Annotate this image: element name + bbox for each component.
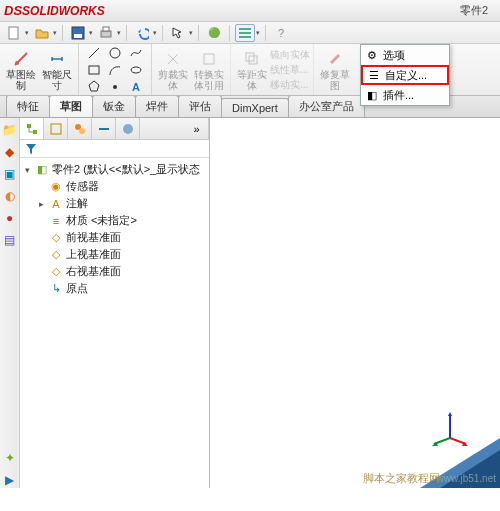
tab-office[interactable]: 办公室产品 bbox=[288, 95, 365, 117]
fm-tab-display[interactable] bbox=[116, 118, 140, 139]
menu-addins[interactable]: ◧ 插件... bbox=[361, 85, 449, 105]
tree-sensors[interactable]: ◉ 传感器 bbox=[22, 178, 207, 195]
point-tool-button[interactable] bbox=[105, 79, 125, 95]
tree-right-plane[interactable]: ◇ 右视基准面 bbox=[22, 263, 207, 280]
fm-tab-dimxpert[interactable] bbox=[92, 118, 116, 139]
printer-icon bbox=[99, 26, 113, 40]
folder-open-icon bbox=[35, 26, 49, 40]
tab-evaluate[interactable]: 评估 bbox=[178, 95, 222, 117]
appearances-button[interactable]: ● bbox=[2, 210, 18, 226]
arc-icon bbox=[108, 63, 122, 77]
options-menu-icon bbox=[238, 26, 252, 40]
repair-sketch-button[interactable]: 修复草图 bbox=[317, 47, 353, 93]
smart-dimension-button[interactable]: 智能尺寸 bbox=[39, 47, 75, 93]
spline-tool-button[interactable] bbox=[126, 45, 146, 61]
customize-icon: ☰ bbox=[367, 69, 381, 82]
design-library-button[interactable]: ◆ bbox=[2, 144, 18, 160]
sw-resources-button[interactable]: 📁 bbox=[2, 122, 18, 138]
material-icon: ≡ bbox=[49, 215, 63, 227]
fm-tab-tree[interactable] bbox=[20, 118, 44, 139]
circle-icon bbox=[108, 46, 122, 60]
motion-study-button[interactable]: ▶ bbox=[2, 472, 18, 488]
menu-customize[interactable]: ☰ 自定义... bbox=[361, 65, 449, 85]
print-button[interactable] bbox=[96, 24, 116, 42]
dropdown-arrow-icon[interactable]: ▾ bbox=[189, 29, 193, 37]
arc-tool-button[interactable] bbox=[105, 62, 125, 78]
tab-weldments[interactable]: 焊件 bbox=[135, 95, 179, 117]
dimxpert-tab-icon bbox=[97, 122, 111, 136]
tab-features[interactable]: 特征 bbox=[6, 95, 50, 117]
svg-point-23 bbox=[79, 128, 85, 134]
separator bbox=[198, 25, 199, 41]
offset-entities-button[interactable]: 等距实体 bbox=[234, 47, 270, 93]
origin-icon: ↳ bbox=[49, 282, 63, 295]
axes-icon: ✦ bbox=[5, 451, 15, 465]
dropdown-arrow-icon[interactable]: ▾ bbox=[153, 29, 157, 37]
undo-button[interactable] bbox=[132, 24, 152, 42]
svg-rect-5 bbox=[239, 28, 251, 30]
feature-tree: ▾ ◧ 零件2 (默认<<默认>_显示状态 ◉ 传感器 ▸ A 注解 ≡ 材质 … bbox=[20, 158, 209, 300]
ds-logo-icon: DS bbox=[4, 3, 22, 18]
dimension-icon bbox=[50, 49, 64, 69]
separator bbox=[265, 25, 266, 41]
tree-origin[interactable]: ↳ 原点 bbox=[22, 280, 207, 297]
rect-tool-button[interactable] bbox=[84, 62, 104, 78]
circle-tool-button[interactable] bbox=[105, 45, 125, 61]
dropdown-arrow-icon[interactable]: ▾ bbox=[53, 29, 57, 37]
palette-icon: ◐ bbox=[5, 189, 15, 203]
fm-tab-config[interactable] bbox=[68, 118, 92, 139]
file-icon bbox=[7, 26, 21, 40]
svg-rect-19 bbox=[27, 124, 31, 128]
options-button[interactable] bbox=[235, 24, 255, 42]
file-explorer-button[interactable]: ▣ bbox=[2, 166, 18, 182]
polygon-tool-button[interactable] bbox=[84, 79, 104, 95]
trim-entities-button[interactable]: 剪裁实体 bbox=[155, 47, 191, 93]
save-button[interactable] bbox=[68, 24, 88, 42]
custom-props-button[interactable]: ▤ bbox=[2, 232, 18, 248]
dropdown-arrow-icon[interactable]: ▾ bbox=[89, 29, 93, 37]
props-tab-icon bbox=[49, 122, 63, 136]
tab-dimxpert[interactable]: DimXpert bbox=[221, 98, 289, 117]
help-button[interactable]: ? bbox=[271, 24, 291, 42]
quick-access-toolbar: ▾ ▾ ▾ ▾ ▾ ▾ 🟢 ▾ ? bbox=[0, 22, 500, 44]
save-icon bbox=[71, 26, 85, 40]
dropdown-arrow-icon[interactable]: ▾ bbox=[256, 29, 260, 37]
new-doc-button[interactable] bbox=[4, 24, 24, 42]
open-doc-button[interactable] bbox=[32, 24, 52, 42]
move-entities-button[interactable]: 移动实... bbox=[270, 78, 310, 92]
svg-rect-2 bbox=[74, 34, 82, 38]
chevron-right-icon: » bbox=[193, 123, 199, 135]
graphics-viewport[interactable]: www.jb51.net 脚本之家教程网 bbox=[210, 118, 500, 488]
dropdown-arrow-icon[interactable]: ▾ bbox=[25, 29, 29, 37]
mirror-entities-button[interactable]: 镜向实体 bbox=[270, 48, 310, 62]
convert-entities-button[interactable]: 转换实体引用 bbox=[191, 47, 227, 93]
collapse-icon[interactable]: ▾ bbox=[22, 165, 32, 175]
tree-material[interactable]: ≡ 材质 <未指定> bbox=[22, 212, 207, 229]
fm-tab-property[interactable] bbox=[44, 118, 68, 139]
rebuild-button[interactable]: 🟢 bbox=[204, 24, 224, 42]
tree-top-plane[interactable]: ◇ 上视基准面 bbox=[22, 246, 207, 263]
tree-root[interactable]: ▾ ◧ 零件2 (默认<<默认>_显示状态 bbox=[22, 161, 207, 178]
line-tool-button[interactable] bbox=[84, 45, 104, 61]
axis-toggle-button[interactable]: ✦ bbox=[2, 450, 18, 466]
tab-sheetmetal[interactable]: 钣金 bbox=[92, 95, 136, 117]
tree-front-plane[interactable]: ◇ 前视基准面 bbox=[22, 229, 207, 246]
menu-options[interactable]: ⚙ 选项 bbox=[361, 45, 449, 65]
tree-annotations[interactable]: ▸ A 注解 bbox=[22, 195, 207, 212]
title-bar: DS SOLIDWORKS 零件2 bbox=[0, 0, 500, 22]
select-button[interactable] bbox=[168, 24, 188, 42]
sketch-button[interactable]: 草图绘制 bbox=[3, 47, 39, 93]
fm-tab-expand[interactable]: » bbox=[185, 118, 209, 139]
dropdown-arrow-icon[interactable]: ▾ bbox=[117, 29, 121, 37]
tab-sketch[interactable]: 草图 bbox=[49, 95, 93, 117]
view-palette-button[interactable]: ◐ bbox=[2, 188, 18, 204]
main-area: 📁 ◆ ▣ ◐ ● ▤ ✦ ▶ » ▾ ◧ 零件2 (默认<<默认>_显示状态 bbox=[0, 118, 500, 488]
svg-point-24 bbox=[123, 124, 133, 134]
linear-pattern-button[interactable]: 线性草... bbox=[270, 63, 310, 77]
fm-filter-bar[interactable] bbox=[20, 140, 209, 158]
task-pane-strip: 📁 ◆ ▣ ◐ ● ▤ ✦ ▶ bbox=[0, 118, 20, 488]
ellipse-tool-button[interactable] bbox=[126, 62, 146, 78]
svg-rect-10 bbox=[89, 66, 99, 74]
expand-icon[interactable]: ▸ bbox=[36, 199, 46, 209]
text-tool-button[interactable]: A bbox=[126, 79, 146, 95]
